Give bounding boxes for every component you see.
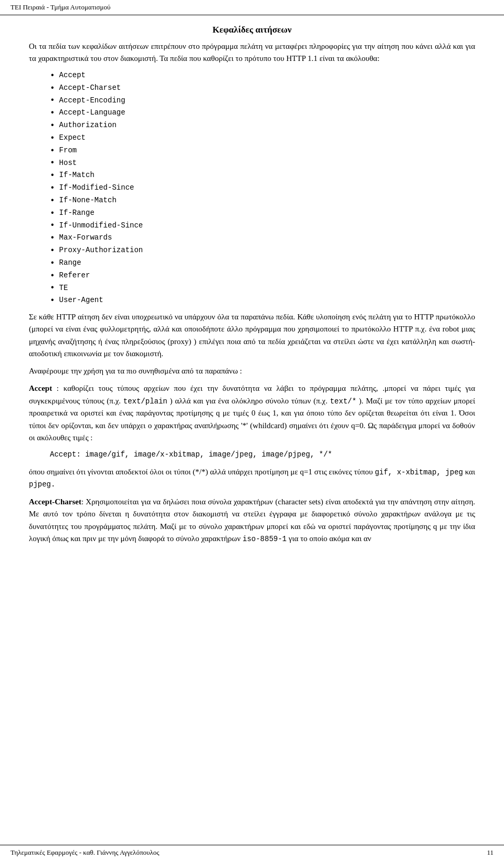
list-item: Accept-Charset xyxy=(50,82,475,95)
page-header: ΤΕΙ Πειραιά - Τμήμα Αυτοματισμού xyxy=(0,0,504,15)
list-item: Accept-Encoding xyxy=(50,95,475,107)
header-title: ΤΕΙ Πειραιά - Τμήμα Αυτοματισμού xyxy=(10,3,111,12)
list-item: Accept xyxy=(50,69,475,82)
accept-text-5-span: και xyxy=(465,468,475,476)
page-footer: Τηλεματικές Εφαρμογές - καθ. Γιάννης Αγγ… xyxy=(0,845,504,860)
list-item: If-Match xyxy=(50,169,475,182)
accept-example: Accept: image/gif, image/x-xbitmap, imag… xyxy=(50,449,475,461)
header-fields-list: AcceptAccept-CharsetAccept-EncodingAccep… xyxy=(50,69,475,307)
list-item: Accept-Language xyxy=(50,107,475,119)
content-area: Κεφαλίδες αιτήσεων Οι τα πεδία των κεφαλ… xyxy=(0,15,504,582)
list-item: User-Agent xyxy=(50,294,475,307)
accept-charset-text-2: για το οποίο ακόμα και αν xyxy=(289,534,371,543)
accept-code-1: text/plain xyxy=(123,397,167,406)
accept-code-2: text/* xyxy=(330,397,356,406)
paragraph-2-prefix: Αναφέρουμε την χρήση για τα πιο συνηθισμ… xyxy=(29,365,475,377)
footer-page-number: 11 xyxy=(487,848,494,857)
list-item: If-None-Match xyxy=(50,194,475,207)
accept-charset-term: Accept-Charset xyxy=(29,498,81,506)
list-item: Authorization xyxy=(50,119,475,132)
section-heading: Κεφαλίδες αιτήσεων xyxy=(29,25,475,35)
accept-text-4: όπου σημαίνει ότι γίνονται αποδεκτοί όλο… xyxy=(29,466,475,491)
paragraph-1: Σε κάθε HTTP αίτηση δεν είναι υποχρεωτικ… xyxy=(29,311,475,360)
accept-text-2: ) αλλά και για ένα ολόκληρο σύνολο τύπων… xyxy=(167,397,328,405)
page: ΤΕΙ Πειραιά - Τμήμα Αυτοματισμού Κεφαλίδ… xyxy=(0,0,504,860)
accept-code-4: pjpeg. xyxy=(29,480,55,489)
list-item: Expect xyxy=(50,132,475,144)
list-item: Host xyxy=(50,157,475,170)
list-item: Range xyxy=(50,257,475,270)
accept-term: Accept xyxy=(29,384,52,392)
list-item: From xyxy=(50,144,475,157)
list-item: Proxy-Authorization xyxy=(50,244,475,257)
list-item: If-Modified-Since xyxy=(50,182,475,194)
list-item: If-Range xyxy=(50,207,475,220)
accept-code-3: gif, x-xbitmap, jpeg xyxy=(375,468,463,476)
list-item: If-Unmodified-Since xyxy=(50,220,475,232)
accept-text-4-span: όπου σημαίνει ότι γίνονται αποδεκτοί όλο… xyxy=(29,468,373,476)
accept-charset-code: iso-8859-1 xyxy=(243,535,287,543)
accept-paragraph: Accept : καθορίζει τους τύπους αρχείων π… xyxy=(29,382,475,444)
list-item: Referer xyxy=(50,270,475,282)
list-item: TE xyxy=(50,282,475,295)
intro-paragraph: Οι τα πεδία των κεφαλίδων αιτήσεων επιτρ… xyxy=(29,40,475,64)
list-item: Max-Forwards xyxy=(50,232,475,244)
accept-charset-paragraph: Accept-Charset: Χρησιμοποιείται για να δ… xyxy=(29,496,475,545)
footer-label: Τηλεματικές Εφαρμογές - καθ. Γιάννης Αγγ… xyxy=(10,848,159,857)
